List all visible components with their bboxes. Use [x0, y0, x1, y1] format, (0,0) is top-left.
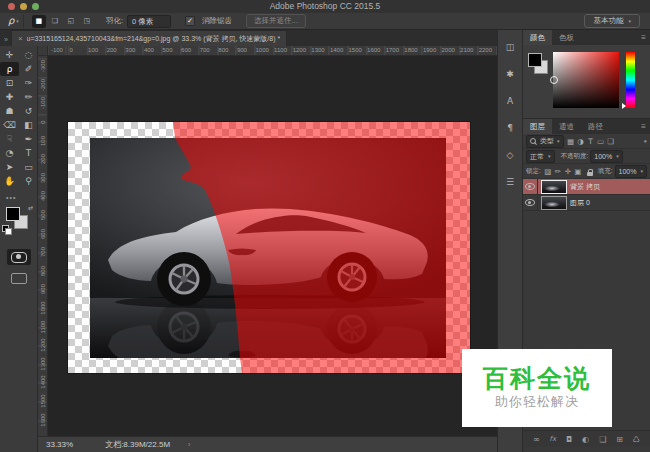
filter-shape-layers-icon[interactable]: ▭ — [596, 137, 606, 146]
edit-toolbar-icon[interactable]: ••• — [0, 188, 37, 201]
document-tab[interactable]: × u=3315165124,435710043&fm=214&gp=0.jpg… — [11, 30, 287, 46]
layer-effects-icon[interactable]: fx — [549, 435, 556, 443]
layer-row[interactable]: 图层 0 — [523, 195, 650, 211]
dodge-tool[interactable]: ◔ — [0, 146, 19, 160]
tab-layers[interactable]: 图层 — [523, 119, 552, 134]
horizontal-ruler[interactable]: -100010020030040050060070080090010001100… — [48, 46, 497, 56]
subtract-from-selection-button[interactable]: ◱ — [64, 15, 78, 28]
screen-mode-button[interactable] — [11, 273, 27, 284]
quick-selection-tool[interactable]: ✐ — [19, 62, 38, 76]
delete-layer-icon[interactable]: ♺ — [633, 435, 640, 444]
antialias-checkbox[interactable]: ✓ — [185, 16, 195, 26]
move-tool[interactable]: ✛ — [0, 48, 19, 62]
lock-artboard-icon[interactable]: ▣ — [573, 167, 583, 176]
brush-tool[interactable]: ✏ — [19, 90, 38, 104]
tab-color[interactable]: 颜色 — [523, 30, 552, 45]
status-menu-arrow[interactable]: › — [188, 441, 190, 448]
character-panel-button[interactable]: A — [502, 92, 519, 109]
ruler-label: 0 — [70, 47, 73, 53]
vertical-ruler[interactable]: -300-200-1000100200300400500600700800900… — [38, 56, 48, 436]
panel-menu-icon[interactable]: ≡ — [641, 30, 650, 45]
filter-pixel-layers-icon[interactable]: ▦ — [566, 137, 576, 146]
foreground-color-swatch[interactable] — [6, 207, 20, 221]
history-brush-tool[interactable]: ↺ — [19, 104, 38, 118]
default-colors-icon[interactable] — [2, 225, 11, 234]
adjustments-panel-button[interactable]: ◫ — [502, 38, 519, 55]
hand-tool[interactable]: ✋ — [0, 174, 19, 188]
zoom-level-field[interactable]: 33.33% — [46, 440, 73, 449]
new-layer-icon[interactable]: ⊞ — [616, 435, 623, 444]
healing-brush-tool[interactable]: ✚ — [0, 90, 19, 104]
type-tool[interactable]: T — [19, 146, 38, 160]
hue-slider-handle[interactable] — [622, 103, 626, 109]
tab-paths[interactable]: 路径 — [581, 119, 610, 134]
new-adjustment-layer-icon[interactable]: ◐ — [582, 435, 589, 444]
selection-mode-buttons: ■❏◱◳ — [32, 15, 94, 28]
tab-swatches[interactable]: 色板 — [552, 30, 581, 45]
ruler-label: -100 — [40, 93, 46, 113]
visibility-toggle[interactable] — [523, 195, 538, 210]
select-and-mask-button[interactable]: 选择并遮住... — [246, 14, 306, 28]
ruler-label: 1100 — [40, 317, 46, 337]
document-viewport[interactable] — [48, 56, 497, 436]
shape-tool[interactable]: ▭ — [19, 160, 38, 174]
filter-adjustment-layers-icon[interactable]: ◑ — [576, 137, 586, 146]
toolbar-collapse-icon[interactable]: » — [0, 36, 11, 46]
libraries-panel-button[interactable]: ◇ — [502, 146, 519, 163]
pen-tool[interactable]: ✒ — [19, 132, 38, 146]
clone-stamp-tool[interactable]: ☗ — [0, 104, 19, 118]
filter-type-layers-icon[interactable]: T — [586, 137, 596, 146]
crop-tool[interactable]: ⊡ — [0, 76, 19, 90]
hue-slider[interactable] — [626, 52, 635, 108]
opacity-value: 100% — [594, 151, 612, 162]
brushes-panel-button[interactable]: ✱ — [502, 65, 519, 82]
add-layer-mask-icon[interactable]: ◘ — [566, 435, 572, 444]
ruler-label: 700 — [200, 47, 210, 53]
zoom-tool[interactable]: ⚲ — [19, 174, 38, 188]
quick-mask-icon — [11, 252, 27, 263]
swap-colors-icon[interactable]: ⇄ — [28, 204, 33, 211]
layer-name: 背景 拷贝 — [570, 182, 600, 192]
new-selection-button[interactable]: ■ — [32, 15, 46, 28]
marquee-tool[interactable]: ◌ — [19, 48, 38, 62]
tab-channels[interactable]: 通道 — [552, 119, 581, 134]
ruler-label: 900 — [40, 279, 46, 299]
visibility-toggle[interactable] — [523, 179, 538, 194]
color-swatches: ⇄ — [0, 207, 37, 239]
lock-position-icon[interactable]: ✛ — [563, 167, 573, 176]
eyedropper-tool[interactable]: ✑ — [19, 76, 38, 90]
path-selection-tool[interactable]: ➤ — [0, 160, 19, 174]
foreground-color-chip[interactable] — [528, 53, 542, 67]
blend-mode-select[interactable]: 正常 ▾ — [526, 150, 555, 163]
intersect-selection-button[interactable]: ◳ — [80, 15, 94, 28]
ruler-label: 0 — [40, 112, 46, 132]
properties-panel-button[interactable]: ☰ — [502, 173, 519, 190]
paragraph-panel-button[interactable]: ¶ — [502, 119, 519, 136]
gradient-tool[interactable]: ◧ — [19, 118, 38, 132]
link-layers-icon[interactable]: ∞ — [533, 435, 540, 444]
lock-image-pixels-icon[interactable]: ✏ — [553, 167, 563, 176]
color-cursor[interactable] — [550, 76, 558, 84]
new-group-icon[interactable]: ❏ — [599, 435, 606, 444]
lock-transparent-pixels-icon[interactable]: ▨ — [543, 167, 553, 176]
eraser-tool[interactable]: ⌫ — [0, 118, 19, 132]
lock-all-icon[interactable] — [587, 172, 593, 176]
saturation-brightness-box[interactable] — [553, 52, 619, 108]
filter-kind-dropdown[interactable]: 类型 ▾ — [526, 135, 564, 148]
filter-toggle-icon[interactable]: ● — [643, 138, 647, 144]
panel-menu-icon[interactable]: ≡ — [641, 119, 650, 134]
tool-preset-dropdown[interactable]: ρ ▾ — [6, 15, 24, 28]
filter-smart-objects-icon[interactable]: ❏ — [606, 137, 616, 146]
close-tab-icon[interactable]: × — [18, 34, 23, 43]
feather-input[interactable]: 0 像素 — [127, 15, 171, 28]
add-to-selection-button[interactable]: ❏ — [48, 15, 62, 28]
layer-row[interactable]: 背景 拷贝 — [523, 179, 650, 195]
fill-select[interactable]: 100% ▾ — [615, 165, 647, 178]
workspace-switcher[interactable]: 基本功能 ▾ — [584, 14, 640, 28]
opacity-select[interactable]: 100% ▾ — [590, 150, 622, 163]
canvas[interactable] — [68, 122, 470, 373]
quick-mask-toggle[interactable] — [7, 249, 31, 265]
layer-thumbnail — [542, 181, 566, 193]
smudge-tool[interactable]: ☟ — [0, 132, 19, 146]
lasso-tool[interactable]: ρ — [0, 62, 19, 76]
